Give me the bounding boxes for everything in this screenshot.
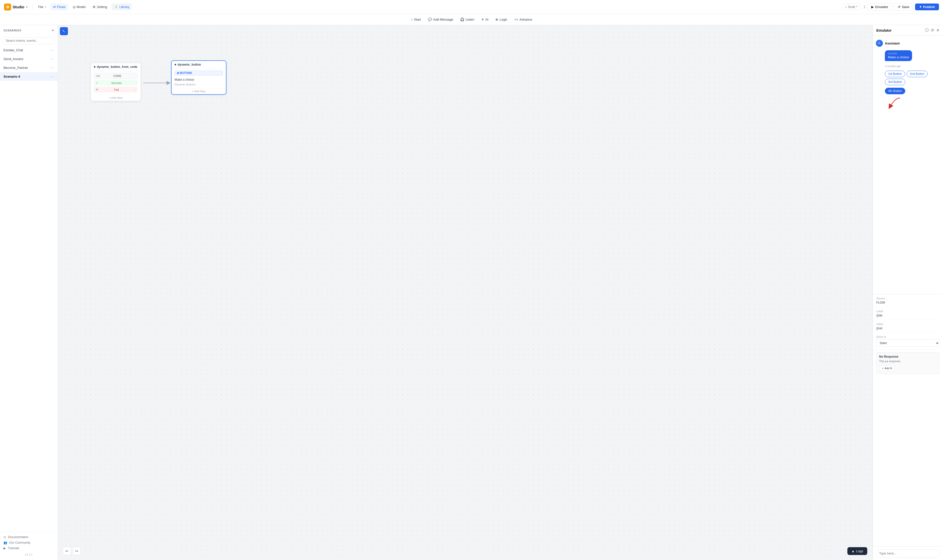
store-in-row: Store In Selec bbox=[873, 333, 943, 350]
logic-icon: ⊕ bbox=[495, 18, 498, 22]
dynamic-node-dot bbox=[174, 64, 176, 65]
emulator-refresh-btn[interactable]: ⟳ bbox=[931, 28, 934, 33]
emulator-btn-1[interactable]: 1st Button bbox=[885, 71, 905, 77]
app-dropdown-icon[interactable]: ▾ bbox=[26, 5, 28, 9]
ai-btn[interactable]: ✳ AI bbox=[478, 16, 491, 23]
assistant-name: Assistant bbox=[885, 42, 900, 45]
top-right-actions: ☽ ▶ Emulator ↺ Save ✦ Publish bbox=[862, 3, 939, 11]
emulator-title: Emulator bbox=[876, 28, 892, 32]
add-node-button[interactable]: + Add N bbox=[879, 365, 895, 371]
fail-step-label: Fail bbox=[114, 88, 119, 91]
start-btn[interactable]: ○ Start bbox=[408, 16, 424, 23]
nav-setting-btn[interactable]: ⚙ Setting bbox=[90, 3, 110, 10]
version-label: v1.1.1 bbox=[3, 552, 54, 557]
library-icon: ⚡ bbox=[114, 5, 118, 9]
emulator-label: Emulator bbox=[875, 5, 888, 9]
listen-label: Listen bbox=[466, 18, 474, 22]
listen-btn[interactable]: 🎧 Listen bbox=[457, 16, 477, 23]
add-message-btn[interactable]: 💬 Add Message bbox=[425, 16, 457, 23]
emulator-btn-4[interactable]: 4th Button bbox=[885, 88, 905, 94]
sidebar-item-scenario4[interactable]: Scenario 4 ⋯ bbox=[0, 72, 58, 81]
start-label: Start bbox=[414, 18, 421, 22]
draft-badge[interactable]: ○ Draft * bbox=[842, 4, 860, 10]
assistant-row: A Assistant bbox=[876, 39, 940, 48]
success-connector: · bbox=[135, 82, 136, 85]
label-label: Label bbox=[876, 310, 940, 313]
dynamic-node-title: dynamic_button bbox=[177, 63, 201, 66]
main-content: SCENARIOS + Esclate_Chat ⋯ Send_Invoice … bbox=[0, 25, 943, 560]
code-flow-node[interactable]: dynamic_button_from_code </> CODE · ✓ Su… bbox=[91, 63, 141, 101]
undo-button[interactable]: ↩ bbox=[63, 547, 71, 555]
nav-model-btn[interactable]: ◎ Model bbox=[70, 3, 88, 10]
add-scenario-button[interactable]: + bbox=[51, 28, 54, 33]
advance-btn[interactable]: <> Advance bbox=[511, 16, 536, 23]
fail-step[interactable]: ✕ Fail · bbox=[94, 87, 137, 92]
escalate-more-btn[interactable]: ⋯ bbox=[50, 48, 54, 52]
community-label: Our Community bbox=[9, 541, 31, 545]
ai-icon: ✳ bbox=[481, 18, 484, 22]
logic-btn[interactable]: ⊕ Logic bbox=[492, 16, 510, 23]
logs-button[interactable]: ▲ Logs bbox=[847, 547, 867, 555]
canvas-area[interactable]: ↖ dynamic_button_from_code </> CODE · bbox=[58, 25, 872, 560]
top-navigation: ⚙ Studio ▾ File ▾ ⇄ Flows ◎ Model ⚙ Sett… bbox=[0, 0, 943, 14]
value-row: Value {{val bbox=[873, 320, 943, 333]
emulator-btn-3[interactable]: 3rd Button bbox=[885, 78, 905, 85]
dynamic-button-node[interactable]: dynamic_button ⊞ BUTTONS Make a choice D… bbox=[171, 60, 227, 95]
success-step[interactable]: ✓ Success · bbox=[94, 80, 137, 86]
search-input[interactable] bbox=[3, 37, 55, 44]
emulator-info-btn[interactable]: ⓘ bbox=[925, 28, 929, 33]
fail-connector: · bbox=[135, 88, 136, 91]
theme-toggle-icon[interactable]: ☽ bbox=[862, 5, 866, 9]
community-link[interactable]: 👥 Our Community bbox=[3, 541, 54, 545]
buttons-badge[interactable]: ⊞ BUTTONS bbox=[174, 71, 223, 75]
code-step-label: CODE bbox=[113, 74, 122, 77]
emulator-header-actions: ⓘ ⟳ ✕ bbox=[925, 28, 940, 33]
sidebar-item-escalate[interactable]: Esclate_Chat ⋯ bbox=[0, 46, 58, 55]
emulator-btn-2[interactable]: 2nd Button bbox=[906, 71, 928, 77]
library-label: Library bbox=[119, 5, 129, 9]
emulator-button[interactable]: ▶ Emulator bbox=[867, 3, 892, 11]
buttons-badge-label: BUTTONS bbox=[180, 72, 192, 74]
draft-modified-indicator: * bbox=[856, 5, 857, 9]
emulator-input-area bbox=[873, 546, 943, 560]
store-in-select[interactable]: Selec bbox=[876, 339, 940, 347]
emulator-close-btn[interactable]: ✕ bbox=[936, 28, 940, 33]
store-in-label: Store In bbox=[876, 335, 940, 338]
nav-flows-btn[interactable]: ⇄ Flows bbox=[51, 3, 68, 10]
emulator-chat-input[interactable] bbox=[876, 549, 940, 557]
code-step[interactable]: </> CODE · bbox=[94, 73, 137, 79]
app-logo[interactable]: ⚙ Studio ▾ bbox=[4, 3, 28, 11]
code-step-icon: </> bbox=[96, 74, 100, 77]
tutorials-icon: ▶ bbox=[3, 546, 6, 550]
advance-icon: <> bbox=[514, 18, 518, 22]
node-dot bbox=[94, 66, 95, 68]
sidebar-item-partner[interactable]: Become_Partner ⋯ bbox=[0, 63, 58, 72]
select-tool-btn[interactable]: ↖ bbox=[60, 27, 68, 35]
docs-icon: ⊙ bbox=[3, 535, 6, 539]
tutorials-link[interactable]: ▶ Tutorials bbox=[3, 546, 54, 550]
partner-more-btn[interactable]: ⋯ bbox=[50, 65, 54, 70]
community-icon: 👥 bbox=[3, 541, 7, 545]
canvas-controls: ↩ ↪ bbox=[63, 547, 80, 555]
scenario4-more-btn[interactable]: ⋯ bbox=[50, 74, 54, 79]
ai-label: AI bbox=[485, 18, 488, 22]
source-label: Source bbox=[876, 297, 940, 300]
logo-icon: ⚙ bbox=[4, 3, 11, 11]
nav-library-btn[interactable]: ⚡ Library bbox=[111, 3, 132, 10]
redo-button[interactable]: ↪ bbox=[73, 547, 80, 555]
invoice-more-btn[interactable]: ⋯ bbox=[50, 57, 54, 62]
docs-link[interactable]: ⊙ Documentation bbox=[3, 535, 54, 539]
buttons-icon: ⊞ bbox=[177, 72, 179, 74]
logs-chevron-icon: ▲ bbox=[851, 549, 855, 553]
source-value: FLOW bbox=[876, 301, 940, 305]
add-message-icon: 💬 bbox=[428, 18, 432, 22]
nav-file-btn[interactable]: File ▾ bbox=[36, 3, 49, 10]
toolbar: ○ Start 💬 Add Message 🎧 Listen ✳ AI ⊕ Lo… bbox=[0, 14, 943, 25]
listen-icon: 🎧 bbox=[460, 18, 464, 22]
docs-label: Documentation bbox=[8, 535, 28, 539]
publish-button[interactable]: ✦ Publish bbox=[915, 3, 939, 10]
sidebar-item-invoice[interactable]: Send_Invoice ⋯ bbox=[0, 55, 58, 63]
code-node-add-step[interactable]: + Add Step bbox=[91, 94, 140, 101]
dynamic-node-add-step[interactable]: + Add Step bbox=[171, 88, 226, 94]
save-button[interactable]: ↺ Save bbox=[894, 3, 913, 11]
